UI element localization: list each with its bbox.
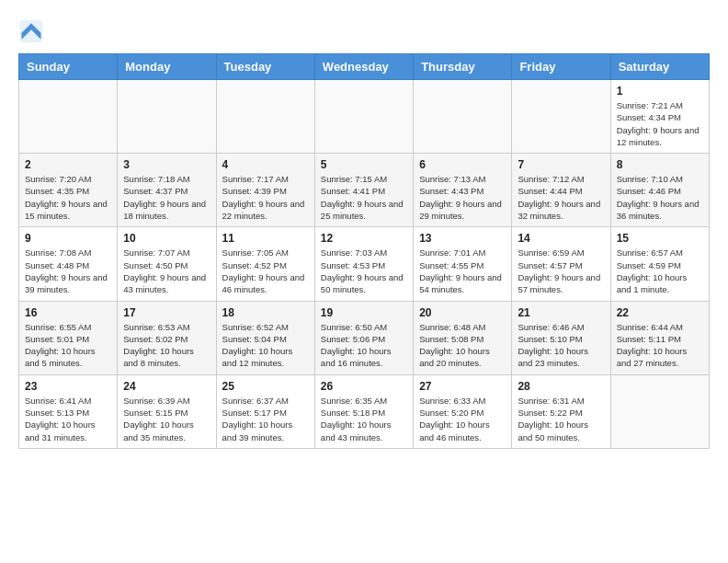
calendar-cell: 15Sunrise: 6:57 AM Sunset: 4:59 PM Dayli…	[610, 227, 709, 301]
calendar-header-monday: Monday	[118, 54, 216, 80]
calendar-cell: 12Sunrise: 7:03 AM Sunset: 4:53 PM Dayli…	[314, 227, 413, 301]
calendar-cell: 13Sunrise: 7:01 AM Sunset: 4:55 PM Dayli…	[414, 227, 512, 301]
day-info: Sunrise: 6:37 AM Sunset: 5:17 PM Dayligh…	[222, 395, 309, 443]
day-number: 24	[123, 380, 210, 393]
calendar-cell: 7Sunrise: 7:12 AM Sunset: 4:44 PM Daylig…	[512, 154, 610, 227]
day-number: 8	[617, 158, 703, 171]
day-info: Sunrise: 6:39 AM Sunset: 5:15 PM Dayligh…	[123, 395, 210, 443]
calendar-table: SundayMondayTuesdayWednesdayThursdayFrid…	[18, 53, 710, 449]
calendar-cell	[314, 80, 413, 154]
day-number: 26	[321, 380, 407, 393]
day-number: 5	[321, 158, 407, 171]
calendar-cell: 28Sunrise: 6:31 AM Sunset: 5:22 PM Dayli…	[512, 374, 610, 448]
day-info: Sunrise: 6:46 AM Sunset: 5:10 PM Dayligh…	[518, 321, 604, 370]
day-info: Sunrise: 6:57 AM Sunset: 4:59 PM Dayligh…	[617, 247, 703, 295]
day-number: 25	[222, 380, 309, 393]
calendar-cell: 26Sunrise: 6:35 AM Sunset: 5:18 PM Dayli…	[314, 374, 413, 448]
day-number: 1	[617, 85, 703, 98]
calendar-cell	[414, 80, 512, 154]
day-info: Sunrise: 7:20 AM Sunset: 4:35 PM Dayligh…	[25, 173, 111, 222]
day-number: 3	[123, 158, 210, 171]
calendar-cell: 4Sunrise: 7:17 AM Sunset: 4:39 PM Daylig…	[216, 154, 314, 227]
calendar-cell: 3Sunrise: 7:18 AM Sunset: 4:37 PM Daylig…	[118, 154, 216, 227]
day-info: Sunrise: 6:50 AM Sunset: 5:06 PM Dayligh…	[321, 321, 407, 370]
calendar-cell: 8Sunrise: 7:10 AM Sunset: 4:46 PM Daylig…	[610, 154, 709, 227]
calendar-cell: 27Sunrise: 6:33 AM Sunset: 5:20 PM Dayli…	[414, 374, 512, 448]
calendar-cell: 23Sunrise: 6:41 AM Sunset: 5:13 PM Dayli…	[19, 374, 118, 448]
day-number: 9	[25, 232, 111, 245]
day-number: 6	[419, 158, 506, 171]
day-info: Sunrise: 7:21 AM Sunset: 4:34 PM Dayligh…	[617, 99, 703, 148]
calendar-header-wednesday: Wednesday	[314, 54, 413, 80]
day-info: Sunrise: 7:15 AM Sunset: 4:41 PM Dayligh…	[321, 173, 407, 222]
calendar-header-friday: Friday	[512, 54, 610, 80]
calendar-header-sunday: Sunday	[19, 54, 118, 80]
day-number: 27	[419, 380, 506, 393]
day-info: Sunrise: 6:33 AM Sunset: 5:20 PM Dayligh…	[419, 395, 506, 443]
day-number: 19	[321, 306, 407, 319]
day-info: Sunrise: 6:55 AM Sunset: 5:01 PM Dayligh…	[25, 321, 111, 370]
calendar-cell: 5Sunrise: 7:15 AM Sunset: 4:41 PM Daylig…	[314, 154, 413, 227]
day-number: 13	[419, 232, 506, 245]
calendar-week-row: 23Sunrise: 6:41 AM Sunset: 5:13 PM Dayli…	[19, 374, 710, 448]
logo	[18, 18, 48, 44]
calendar-cell: 1Sunrise: 7:21 AM Sunset: 4:34 PM Daylig…	[610, 80, 709, 154]
calendar-week-row: 16Sunrise: 6:55 AM Sunset: 5:01 PM Dayli…	[19, 301, 710, 374]
calendar-week-row: 1Sunrise: 7:21 AM Sunset: 4:34 PM Daylig…	[19, 80, 710, 154]
calendar-cell: 14Sunrise: 6:59 AM Sunset: 4:57 PM Dayli…	[512, 227, 610, 301]
day-number: 16	[25, 306, 111, 319]
day-info: Sunrise: 7:18 AM Sunset: 4:37 PM Dayligh…	[123, 173, 210, 222]
calendar-cell: 2Sunrise: 7:20 AM Sunset: 4:35 PM Daylig…	[19, 154, 118, 227]
calendar-cell: 10Sunrise: 7:07 AM Sunset: 4:50 PM Dayli…	[118, 227, 216, 301]
calendar-week-row: 2Sunrise: 7:20 AM Sunset: 4:35 PM Daylig…	[19, 154, 710, 227]
day-info: Sunrise: 7:13 AM Sunset: 4:43 PM Dayligh…	[419, 173, 506, 222]
day-info: Sunrise: 6:52 AM Sunset: 5:04 PM Dayligh…	[222, 321, 309, 370]
day-number: 20	[419, 306, 506, 319]
day-number: 14	[518, 232, 604, 245]
day-number: 15	[617, 232, 703, 245]
day-number: 22	[617, 306, 703, 319]
day-number: 23	[25, 380, 111, 393]
calendar-cell: 22Sunrise: 6:44 AM Sunset: 5:11 PM Dayli…	[610, 301, 709, 374]
day-number: 10	[123, 232, 210, 245]
day-number: 21	[518, 306, 604, 319]
day-number: 7	[518, 158, 604, 171]
day-info: Sunrise: 6:31 AM Sunset: 5:22 PM Dayligh…	[518, 395, 604, 443]
calendar-header-row: SundayMondayTuesdayWednesdayThursdayFrid…	[19, 54, 710, 80]
day-info: Sunrise: 7:12 AM Sunset: 4:44 PM Dayligh…	[518, 173, 604, 222]
day-info: Sunrise: 7:03 AM Sunset: 4:53 PM Dayligh…	[321, 247, 407, 295]
calendar-cell	[216, 80, 314, 154]
calendar-cell: 18Sunrise: 6:52 AM Sunset: 5:04 PM Dayli…	[216, 301, 314, 374]
day-info: Sunrise: 7:07 AM Sunset: 4:50 PM Dayligh…	[123, 247, 210, 295]
calendar-cell	[512, 80, 610, 154]
day-number: 2	[25, 158, 111, 171]
calendar-header-saturday: Saturday	[610, 54, 709, 80]
page-header	[18, 18, 710, 44]
calendar-cell	[610, 374, 709, 448]
calendar-header-thursday: Thursday	[414, 54, 512, 80]
calendar-cell: 9Sunrise: 7:08 AM Sunset: 4:48 PM Daylig…	[19, 227, 118, 301]
calendar-cell: 17Sunrise: 6:53 AM Sunset: 5:02 PM Dayli…	[118, 301, 216, 374]
day-info: Sunrise: 6:44 AM Sunset: 5:11 PM Dayligh…	[617, 321, 703, 370]
calendar-cell: 24Sunrise: 6:39 AM Sunset: 5:15 PM Dayli…	[118, 374, 216, 448]
calendar-header-tuesday: Tuesday	[216, 54, 314, 80]
day-number: 12	[321, 232, 407, 245]
day-info: Sunrise: 7:10 AM Sunset: 4:46 PM Dayligh…	[617, 173, 703, 222]
day-info: Sunrise: 6:35 AM Sunset: 5:18 PM Dayligh…	[321, 395, 407, 443]
day-info: Sunrise: 7:05 AM Sunset: 4:52 PM Dayligh…	[222, 247, 309, 295]
calendar-cell: 21Sunrise: 6:46 AM Sunset: 5:10 PM Dayli…	[512, 301, 610, 374]
day-info: Sunrise: 6:41 AM Sunset: 5:13 PM Dayligh…	[25, 395, 111, 443]
day-info: Sunrise: 6:59 AM Sunset: 4:57 PM Dayligh…	[518, 247, 604, 295]
calendar-week-row: 9Sunrise: 7:08 AM Sunset: 4:48 PM Daylig…	[19, 227, 710, 301]
day-info: Sunrise: 7:08 AM Sunset: 4:48 PM Dayligh…	[25, 247, 111, 295]
calendar-cell: 11Sunrise: 7:05 AM Sunset: 4:52 PM Dayli…	[216, 227, 314, 301]
day-info: Sunrise: 6:53 AM Sunset: 5:02 PM Dayligh…	[123, 321, 210, 370]
calendar-cell	[19, 80, 118, 154]
day-info: Sunrise: 6:48 AM Sunset: 5:08 PM Dayligh…	[419, 321, 506, 370]
day-number: 28	[518, 380, 604, 393]
calendar-cell: 20Sunrise: 6:48 AM Sunset: 5:08 PM Dayli…	[414, 301, 512, 374]
calendar-cell: 6Sunrise: 7:13 AM Sunset: 4:43 PM Daylig…	[414, 154, 512, 227]
day-info: Sunrise: 7:01 AM Sunset: 4:55 PM Dayligh…	[419, 247, 506, 295]
calendar-cell	[118, 80, 216, 154]
day-number: 11	[222, 232, 309, 245]
